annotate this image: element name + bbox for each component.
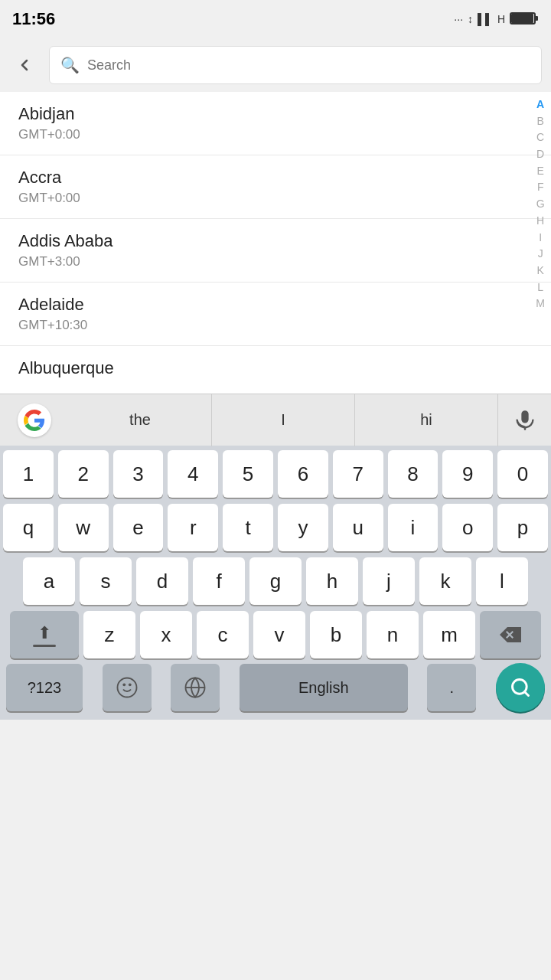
search-icon: 🔍 bbox=[60, 56, 80, 74]
period-key[interactable]: . bbox=[427, 664, 476, 711]
alpha-d[interactable]: D bbox=[533, 146, 547, 163]
status-bar: 11:56 ··· ↕ ▌▌ H bbox=[0, 0, 551, 38]
key-j[interactable]: j bbox=[363, 557, 415, 605]
key-p[interactable]: p bbox=[497, 504, 548, 551]
alpha-m[interactable]: M bbox=[533, 296, 548, 312]
alpha-j[interactable]: J bbox=[535, 246, 546, 263]
signal-dots-icon: ··· bbox=[454, 13, 463, 25]
key-u[interactable]: u bbox=[333, 504, 383, 551]
microphone-button[interactable] bbox=[497, 394, 551, 446]
alpha-a[interactable]: A bbox=[533, 96, 547, 113]
key-v[interactable]: v bbox=[253, 611, 305, 658]
key-e[interactable]: e bbox=[113, 504, 164, 551]
key-h[interactable]: h bbox=[306, 557, 358, 605]
keyboard-row-qwerty: q w e r t y u i o p bbox=[0, 499, 551, 553]
key-2[interactable]: 2 bbox=[58, 450, 109, 498]
svg-rect-2 bbox=[511, 14, 533, 23]
svg-point-3 bbox=[117, 678, 136, 697]
back-button[interactable] bbox=[9, 50, 40, 80]
google-logo-button[interactable] bbox=[0, 394, 69, 446]
key-f[interactable]: f bbox=[193, 557, 245, 605]
key-6[interactable]: 6 bbox=[278, 450, 328, 498]
key-l[interactable]: l bbox=[476, 557, 528, 605]
key-7[interactable]: 7 bbox=[333, 450, 383, 498]
alpha-k[interactable]: K bbox=[533, 263, 546, 279]
search-input-wrapper[interactable]: 🔍 bbox=[49, 46, 542, 84]
alpha-c[interactable]: C bbox=[533, 129, 547, 146]
search-submit-key[interactable] bbox=[496, 663, 545, 712]
data-icon: ↕ bbox=[468, 13, 473, 25]
emoji-key[interactable] bbox=[103, 664, 152, 711]
city-gmt: GMT+0:00 bbox=[18, 191, 520, 206]
shift-key[interactable]: ⬆ bbox=[10, 611, 79, 658]
key-d[interactable]: d bbox=[136, 557, 188, 605]
key-i[interactable]: i bbox=[388, 504, 439, 551]
keyboard-suggestion-bar: the I hi bbox=[0, 394, 551, 446]
numbers-switch-key[interactable]: ?123 bbox=[6, 664, 83, 711]
alpha-l[interactable]: L bbox=[534, 279, 546, 296]
key-4[interactable]: 4 bbox=[168, 450, 218, 498]
backspace-key[interactable] bbox=[480, 611, 541, 658]
signal-bars-icon: ▌▌ bbox=[478, 13, 493, 25]
network-type-icon: H bbox=[497, 13, 505, 25]
key-n[interactable]: n bbox=[367, 611, 419, 658]
key-k[interactable]: k bbox=[419, 557, 471, 605]
city-name: Adelaide bbox=[18, 295, 520, 315]
key-b[interactable]: b bbox=[310, 611, 362, 658]
list-item[interactable]: Accra GMT+0:00 bbox=[0, 155, 551, 219]
key-3[interactable]: 3 bbox=[113, 450, 164, 498]
key-0[interactable]: 0 bbox=[497, 450, 548, 498]
alpha-e[interactable]: E bbox=[533, 163, 546, 180]
key-g[interactable]: g bbox=[249, 557, 302, 605]
svg-line-9 bbox=[524, 691, 528, 695]
keyboard-row-zxcv: ⬆ z x c v b n m bbox=[0, 606, 551, 660]
key-c[interactable]: c bbox=[197, 611, 249, 658]
key-5[interactable]: 5 bbox=[223, 450, 273, 498]
key-a[interactable]: a bbox=[23, 557, 75, 605]
alpha-i[interactable]: I bbox=[536, 230, 545, 247]
keyboard-row-numbers: 1 2 3 4 5 6 7 8 9 0 bbox=[0, 446, 551, 499]
city-gmt: GMT+10:30 bbox=[18, 318, 520, 333]
suggestion-word-i[interactable]: I bbox=[211, 394, 354, 446]
key-r[interactable]: r bbox=[168, 504, 218, 551]
search-input[interactable] bbox=[87, 57, 530, 74]
city-name: Albuquerque bbox=[18, 358, 520, 378]
status-time: 11:56 bbox=[12, 9, 55, 29]
alpha-f[interactable]: F bbox=[534, 179, 547, 196]
keyboard-row-asdf: a s d f g h j k l bbox=[0, 553, 551, 606]
key-8[interactable]: 8 bbox=[388, 450, 439, 498]
shift-line-icon bbox=[33, 645, 56, 647]
city-list-container: Abidjan GMT+0:00 Accra GMT+0:00 Addis Ab… bbox=[0, 92, 551, 394]
city-name: Abidjan bbox=[18, 104, 520, 124]
key-x[interactable]: x bbox=[140, 611, 192, 658]
suggestion-word-hi[interactable]: hi bbox=[354, 394, 497, 446]
key-m[interactable]: m bbox=[423, 611, 475, 658]
globe-key[interactable] bbox=[171, 664, 220, 711]
key-9[interactable]: 9 bbox=[442, 450, 493, 498]
list-item[interactable]: Abidjan GMT+0:00 bbox=[0, 92, 551, 155]
alpha-h[interactable]: H bbox=[533, 213, 547, 230]
alpha-g[interactable]: G bbox=[533, 196, 548, 213]
alpha-b[interactable]: B bbox=[533, 113, 546, 130]
key-t[interactable]: t bbox=[223, 504, 273, 551]
key-y[interactable]: y bbox=[278, 504, 328, 551]
suggestion-words: the I hi bbox=[69, 394, 497, 446]
key-w[interactable]: w bbox=[58, 504, 109, 551]
battery-icon bbox=[510, 11, 539, 28]
space-key[interactable]: English bbox=[240, 664, 408, 711]
list-item[interactable]: Addis Ababa GMT+3:00 bbox=[0, 219, 551, 283]
shift-arrow-icon: ⬆ bbox=[37, 623, 51, 643]
key-q[interactable]: q bbox=[3, 504, 54, 551]
keyboard-bottom-row: ?123 English . bbox=[0, 660, 551, 720]
suggestion-word-the[interactable]: the bbox=[69, 394, 211, 446]
key-o[interactable]: o bbox=[442, 504, 493, 551]
city-gmt: GMT+0:00 bbox=[18, 127, 520, 142]
list-item[interactable]: Albuquerque bbox=[0, 346, 551, 394]
city-list: Abidjan GMT+0:00 Accra GMT+0:00 Addis Ab… bbox=[0, 92, 551, 394]
key-z[interactable]: z bbox=[83, 611, 135, 658]
key-s[interactable]: s bbox=[80, 557, 132, 605]
list-item[interactable]: Adelaide GMT+10:30 bbox=[0, 283, 551, 346]
key-1[interactable]: 1 bbox=[3, 450, 54, 498]
city-name: Addis Ababa bbox=[18, 231, 520, 251]
search-bar-container: 🔍 bbox=[0, 38, 551, 92]
